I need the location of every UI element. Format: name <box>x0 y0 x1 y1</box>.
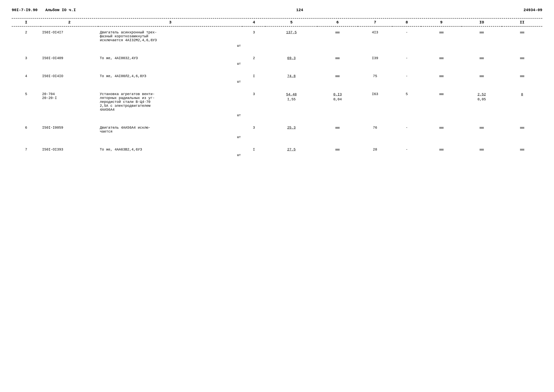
row-col10 <box>461 122 502 135</box>
unit-label: шт <box>98 62 243 68</box>
eq-sign-icon <box>439 93 444 95</box>
eq-sign-icon <box>335 58 340 59</box>
row-code: I50I-OI393 <box>41 144 98 154</box>
row-col8: - <box>392 144 421 154</box>
eq-sign-icon <box>439 76 444 77</box>
row-number: 7 <box>12 144 41 154</box>
unit-row: шт <box>12 114 542 120</box>
eq-sign-icon <box>480 58 484 59</box>
row-col11: 8 <box>502 88 542 114</box>
eq-sign-icon <box>439 127 444 128</box>
row-col9 <box>421 70 461 80</box>
row-description: То же, 4АI0032,4УЗ <box>98 52 243 62</box>
unit-row: шт <box>12 154 542 160</box>
row-col8: 5 <box>392 88 421 114</box>
ref-number: 24934-09 <box>524 8 542 12</box>
eq-sign-icon <box>439 58 444 59</box>
row-description: То же, 4АI00Л2,4,6,8УЗ <box>98 70 243 80</box>
col-header-6: 6 <box>317 19 358 26</box>
spacer-row <box>12 120 542 122</box>
eq-sign-icon <box>480 76 484 77</box>
eq-sign-icon <box>335 127 340 128</box>
row-col9 <box>421 88 461 114</box>
row-col6 <box>317 70 358 80</box>
row-col4: 3 <box>242 88 265 114</box>
unit-row: шт <box>12 44 542 50</box>
row-col7: I39 <box>358 52 392 62</box>
row-col8: - <box>392 52 421 62</box>
row-col8: - <box>392 122 421 135</box>
table-row: 4I50I-OI4IOТо же, 4АI00Л2,4,6,8УЗI74,875… <box>12 70 542 80</box>
row-number: 2 <box>12 26 41 44</box>
eq-sign-icon <box>520 127 524 128</box>
row-description: То же, 4АА63В2,4,6УЗ <box>98 144 243 154</box>
spacer-row <box>12 142 542 144</box>
table-row: 2I50I-OI4I7Двигатель асинхронный трех-фа… <box>12 26 542 44</box>
row-col7: 76 <box>358 122 392 135</box>
unit-label: шт <box>98 135 243 142</box>
row-description: Установка агрегатов венти-ляторных радиа… <box>98 88 243 114</box>
eq-sign-icon <box>520 58 524 59</box>
table-row: 7I50I-OI393То же, 4АА63В2,4,6УЗI27,528- <box>12 144 542 154</box>
eq-sign-icon <box>480 127 484 128</box>
row-col4: I <box>242 144 265 154</box>
col-header-5: 5 <box>265 19 317 26</box>
row-col10 <box>461 26 502 44</box>
eq-sign-icon <box>520 32 524 33</box>
col-header-1: I <box>12 19 41 26</box>
row-col7: 4I3 <box>358 26 392 44</box>
row-col10 <box>461 144 502 154</box>
col-header-2: 2 <box>41 19 98 26</box>
row-number: 5 <box>12 88 41 114</box>
header-left: 90I-7-I9.90 Альбом IO ч.I <box>12 8 76 12</box>
spacer-row <box>12 50 542 52</box>
row-col4: 2 <box>242 52 265 62</box>
unit-row: шт <box>12 80 542 86</box>
row-col7: 75 <box>358 70 392 80</box>
row-description: Двигатель асинхронный трех-фазный коротк… <box>98 26 243 44</box>
row-col10: 2,520,05 <box>461 88 502 114</box>
row-code: 20-704 20-20-I <box>41 88 98 114</box>
eq-sign-icon <box>439 32 444 33</box>
col-header-11: II <box>502 19 542 26</box>
row-col4: I <box>242 70 265 80</box>
row-col4: 3 <box>242 26 265 44</box>
row-description: Двигатель 4АА56А4 исклю-чается <box>98 122 243 135</box>
row-col6 <box>317 52 358 62</box>
row-col5: 74,8 <box>265 70 317 80</box>
row-col8: - <box>392 70 421 80</box>
row-col9 <box>421 26 461 44</box>
page-number: 124 <box>296 8 303 12</box>
row-col8: - <box>392 26 421 44</box>
row-col9 <box>421 122 461 135</box>
row-col4: 3 <box>242 122 265 135</box>
eq-sign-icon <box>520 76 524 77</box>
row-col11 <box>502 122 542 135</box>
row-col5: 137,5 <box>265 26 317 44</box>
row-col7: I63 <box>358 88 392 114</box>
unit-label: шт <box>98 154 243 160</box>
row-number: 6 <box>12 122 41 135</box>
row-code: I50I-OI4IO <box>41 70 98 80</box>
col-header-4: 4 <box>242 19 265 26</box>
row-col7: 28 <box>358 144 392 154</box>
row-col9 <box>421 144 461 154</box>
row-code: I50I-OI409 <box>41 52 98 62</box>
header-right: 24934-09 <box>524 8 542 12</box>
row-col10 <box>461 52 502 62</box>
main-table: I 2 3 4 5 6 7 8 9 IO II 2I50I-OI4I7Двига… <box>12 19 542 162</box>
eq-sign-icon <box>439 149 444 150</box>
doc-number: 90I-7-I9.90 <box>12 8 37 12</box>
row-col5: 25,3 <box>265 122 317 135</box>
row-col6: 0,I30,04 <box>317 88 358 114</box>
table-row: 520-704 20-20-IУстановка агрегатов венти… <box>12 88 542 114</box>
row-col11 <box>502 70 542 80</box>
page-header: 90I-7-I9.90 Альбом IO ч.I 124 24934-09 <box>12 8 542 12</box>
header-center: 124 <box>296 8 303 12</box>
row-col6 <box>317 122 358 135</box>
album-label: Альбом IO ч.I <box>45 8 76 12</box>
col-header-10: IO <box>461 19 502 26</box>
col-header-8: 8 <box>392 19 421 26</box>
row-code: I50I-OI4I7 <box>41 26 98 44</box>
table-row: 3I50I-OI409То же, 4АI0032,4УЗ269,3I39- <box>12 52 542 62</box>
